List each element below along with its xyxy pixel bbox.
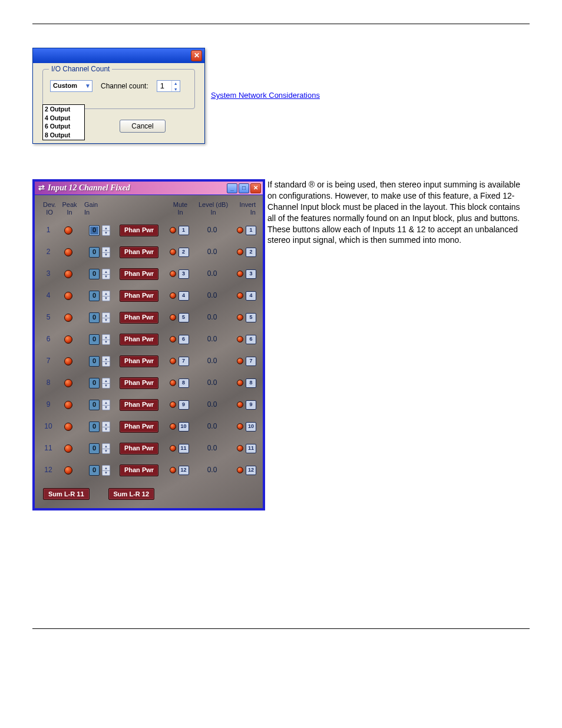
invert-led[interactable] [237, 271, 243, 277]
phantom-power-button[interactable]: Phan Pwr [120, 225, 158, 236]
peak-led[interactable] [64, 444, 72, 453]
phantom-power-button[interactable]: Phan Pwr [120, 377, 158, 389]
peak-led[interactable] [64, 423, 72, 431]
invert-channel-chip[interactable]: 1 [246, 226, 256, 235]
peak-led[interactable] [64, 226, 72, 235]
spinner-up-icon[interactable]: ▲ [102, 356, 110, 361]
mute-channel-chip[interactable]: 7 [178, 357, 189, 366]
close-button[interactable]: ✕ [250, 183, 261, 193]
mute-led[interactable] [170, 467, 176, 473]
gain-value-display[interactable]: 0 [89, 291, 100, 301]
gain-spinner[interactable]: ▲▼ [102, 247, 110, 258]
mute-channel-chip[interactable]: 6 [178, 335, 189, 344]
gain-value-display[interactable]: 0 [89, 465, 100, 476]
invert-channel-chip[interactable]: 6 [246, 335, 256, 344]
minimize-button[interactable]: _ [227, 183, 237, 193]
preset-dropdown-list[interactable]: 2 Output 4 Output 6 Output 8 Output [42, 104, 85, 140]
gain-value-display[interactable]: 0 [89, 225, 100, 236]
peak-led[interactable] [64, 379, 72, 387]
mute-channel-chip[interactable]: 11 [178, 444, 189, 453]
close-button[interactable]: ✕ [191, 50, 202, 61]
preset-option[interactable]: 4 Output [43, 114, 84, 123]
spinner-down-icon[interactable]: ▼ [102, 230, 110, 236]
peak-led[interactable] [64, 292, 72, 300]
spinner-down-icon[interactable]: ▼ [172, 87, 180, 93]
gain-value-display[interactable]: 0 [89, 400, 100, 410]
gain-spinner[interactable]: ▲▼ [102, 400, 110, 410]
spinner-down-icon[interactable]: ▼ [102, 274, 110, 279]
mute-led[interactable] [170, 314, 176, 321]
invert-led[interactable] [237, 380, 243, 386]
invert-channel-chip[interactable]: 8 [246, 378, 256, 388]
sum-lr-12-button[interactable]: Sum L-R 12 [108, 488, 155, 500]
gain-spinner[interactable]: ▲▼ [102, 312, 110, 323]
peak-led[interactable] [64, 314, 72, 322]
peak-led[interactable] [64, 270, 72, 278]
cancel-button[interactable]: Cancel [120, 120, 166, 133]
spinner-down-icon[interactable]: ▼ [102, 470, 110, 476]
spinner-up-icon[interactable]: ▲ [102, 312, 110, 318]
spinner-down-icon[interactable]: ▼ [102, 383, 110, 388]
spinner-up-icon[interactable]: ▲ [102, 247, 110, 252]
spinner-down-icon[interactable]: ▼ [102, 405, 110, 410]
phantom-power-button[interactable]: Phan Pwr [120, 290, 158, 302]
gain-spinner[interactable]: ▲▼ [102, 421, 110, 432]
spinner-up-icon[interactable]: ▲ [102, 443, 110, 449]
spinner-up-icon[interactable]: ▲ [102, 421, 110, 427]
invert-led[interactable] [237, 445, 243, 452]
phantom-power-button[interactable]: Phan Pwr [120, 443, 158, 454]
peak-led[interactable] [64, 401, 72, 409]
phantom-power-button[interactable]: Phan Pwr [120, 312, 158, 324]
mute-channel-chip[interactable]: 10 [178, 422, 189, 431]
peak-led[interactable] [64, 357, 72, 365]
invert-led[interactable] [237, 401, 243, 408]
mute-led[interactable] [170, 292, 176, 299]
preset-combo[interactable]: Custom ▼ [50, 80, 92, 92]
mute-led[interactable] [170, 271, 176, 277]
system-network-considerations-link[interactable]: System Network Considerations [211, 90, 320, 101]
mute-channel-chip[interactable]: 5 [178, 313, 189, 322]
peak-led[interactable] [64, 466, 72, 475]
phantom-power-button[interactable]: Phan Pwr [120, 465, 158, 476]
invert-channel-chip[interactable]: 12 [246, 466, 256, 475]
spinner-down-icon[interactable]: ▼ [102, 427, 110, 432]
maximize-button[interactable]: □ [239, 183, 249, 193]
spinner-down-icon[interactable]: ▼ [102, 296, 110, 301]
gain-value-display[interactable]: 0 [89, 421, 100, 432]
mute-channel-chip[interactable]: 9 [178, 400, 189, 410]
preset-option[interactable]: 6 Output [43, 122, 84, 131]
invert-channel-chip[interactable]: 3 [246, 269, 256, 279]
invert-led[interactable] [237, 249, 243, 255]
gain-spinner[interactable]: ▲▼ [102, 291, 110, 301]
spinner-up-icon[interactable]: ▲ [102, 225, 110, 230]
invert-led[interactable] [237, 423, 243, 430]
mute-channel-chip[interactable]: 4 [178, 291, 189, 301]
invert-channel-chip[interactable]: 10 [246, 422, 256, 431]
gain-value-display[interactable]: 0 [89, 247, 100, 258]
gain-value-display[interactable]: 0 [89, 334, 100, 345]
gain-spinner[interactable]: ▲▼ [102, 465, 110, 476]
spinner-up-icon[interactable]: ▲ [102, 269, 110, 274]
mute-channel-chip[interactable]: 12 [178, 466, 189, 475]
gain-value-display[interactable]: 0 [89, 269, 100, 279]
invert-channel-chip[interactable]: 4 [246, 291, 256, 301]
spinner-down-icon[interactable]: ▼ [102, 318, 110, 323]
spinner-up-icon[interactable]: ▲ [102, 465, 110, 470]
spinner-up-icon[interactable]: ▲ [172, 81, 180, 87]
mute-led[interactable] [170, 445, 176, 452]
mute-channel-chip[interactable]: 3 [178, 269, 189, 279]
spinner-up-icon[interactable]: ▲ [102, 378, 110, 383]
spinner-down-icon[interactable]: ▼ [102, 361, 110, 367]
invert-led[interactable] [237, 314, 243, 321]
preset-option[interactable]: 8 Output [43, 131, 84, 140]
gain-spinner[interactable]: ▲▼ [102, 269, 110, 279]
phantom-power-button[interactable]: Phan Pwr [120, 421, 158, 433]
invert-channel-chip[interactable]: 9 [246, 400, 256, 410]
invert-channel-chip[interactable]: 7 [246, 357, 256, 366]
channel-count-spinner[interactable]: 1 ▲ ▼ [157, 80, 180, 92]
gain-value-display[interactable]: 0 [89, 356, 100, 367]
spinner-down-icon[interactable]: ▼ [102, 449, 110, 454]
preset-option[interactable]: 2 Output [43, 105, 84, 114]
gain-spinner[interactable]: ▲▼ [102, 378, 110, 388]
mute-led[interactable] [170, 227, 176, 233]
